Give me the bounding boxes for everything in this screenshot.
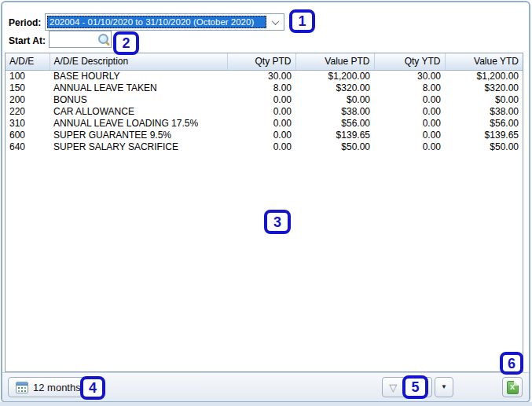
header-cell[interactable]: A/D/E Description	[50, 53, 227, 70]
table-cell: ANNUAL LEAVE LOADING 17.5%	[50, 118, 227, 130]
period-label: Period:	[9, 17, 41, 28]
payroll-period-panel: Period: 202004 - 01/10/2020 to 31/10/202…	[1, 1, 530, 403]
table-cell: $139.65	[445, 130, 523, 141]
table-cell: $1,200.00	[445, 70, 523, 82]
table-cell: 8.00	[227, 82, 295, 94]
table-row[interactable]: 220CAR ALLOWANCE0.00$38.000.00$38.00	[6, 106, 523, 118]
period-dropdown[interactable]: 202004 - 01/10/2020 to 31/10/2020 (Octob…	[45, 13, 284, 31]
table-cell: $56.00	[445, 118, 523, 130]
table-cell: $56.00	[295, 118, 374, 130]
table-cell: $38.00	[295, 106, 374, 118]
table-cell: 0.00	[374, 106, 445, 118]
table-cell: $1,200.00	[295, 70, 374, 82]
window-bottom-shadow	[0, 402, 532, 406]
annotation-badge: 1	[289, 9, 315, 33]
annotation-badge: 2	[113, 31, 139, 55]
table-cell: $38.00	[445, 106, 523, 118]
calendar-icon	[16, 382, 28, 393]
table-cell: 0.00	[227, 106, 295, 118]
table-cell: CAR ALLOWANCE	[50, 106, 227, 118]
table-header-row: A/D/EA/D/E DescriptionQty PTDValue PTDQt…	[6, 53, 523, 70]
header-cell[interactable]: A/D/E	[6, 53, 50, 70]
table-cell: 30.00	[227, 70, 295, 82]
annotation-badge: 5	[402, 375, 428, 399]
chevron-down-icon	[271, 17, 279, 25]
table-cell: 0.00	[227, 94, 295, 106]
annotation-badge: 3	[264, 210, 291, 234]
twelve-months-button[interactable]: 12 months	[8, 377, 89, 397]
export-excel-button[interactable]: X	[502, 377, 523, 397]
table-cell: 100	[6, 70, 50, 82]
table-cell: 0.00	[374, 130, 445, 141]
header-cell[interactable]: Value PTD	[295, 53, 374, 70]
table-cell: 0.00	[227, 130, 295, 141]
table-cell: 0.00	[227, 141, 295, 153]
period-dropdown-button[interactable]	[266, 14, 284, 30]
table-cell: $0.00	[445, 94, 523, 106]
start-at-label: Start At:	[9, 35, 46, 46]
header-cell[interactable]: Value YTD	[445, 53, 523, 70]
table-cell: BONUS	[50, 94, 227, 106]
table-row[interactable]: 600SUPER GUARANTEE 9.5%0.00$139.650.00$1…	[6, 130, 523, 141]
table-cell: $320.00	[295, 82, 374, 94]
start-at-field-wrap[interactable]	[49, 31, 112, 48]
table-cell: $0.00	[295, 94, 374, 106]
table-cell: 150	[6, 82, 50, 94]
table-body: 100BASE HOURLY30.00$1,200.0030.00$1,200.…	[6, 70, 523, 153]
search-icon[interactable]	[98, 34, 108, 44]
annotation-badge: 4	[80, 376, 105, 400]
dropdown-arrow-icon: ▼	[441, 384, 447, 390]
table-cell: BASE HOURLY	[50, 70, 227, 82]
table-cell: $50.00	[445, 141, 523, 153]
header-cell[interactable]: Qty YTD	[374, 53, 445, 70]
table-cell: $320.00	[445, 82, 523, 94]
table-cell: $139.65	[295, 130, 374, 141]
table-row[interactable]: 150ANNUAL LEAVE TAKEN8.00$320.008.00$320…	[6, 82, 523, 94]
table-cell: 8.00	[374, 82, 445, 94]
table-cell: 30.00	[374, 70, 445, 82]
annotation-badge: 6	[500, 352, 523, 375]
table-row[interactable]: 100BASE HOURLY30.00$1,200.0030.00$1,200.…	[6, 70, 523, 82]
period-dropdown-value[interactable]: 202004 - 01/10/2020 to 31/10/2020 (Octob…	[47, 16, 266, 28]
table-cell: 0.00	[374, 118, 445, 130]
start-at-input[interactable]	[50, 32, 94, 46]
filter-triangle-icon: ▽	[389, 382, 397, 393]
header-cell[interactable]: Qty PTD	[227, 53, 295, 70]
twelve-months-label: 12 months	[33, 382, 81, 393]
more-dropdown-button[interactable]: ▼	[435, 377, 453, 397]
table-cell: SUPER SALARY SACRIFICE	[50, 141, 227, 153]
table-cell: 640	[6, 141, 50, 153]
table-cell: 0.00	[374, 94, 445, 106]
table-cell: 310	[6, 118, 50, 130]
table-cell: 220	[6, 106, 50, 118]
table-row[interactable]: 200BONUS0.00$0.000.00$0.00	[6, 94, 523, 106]
table-cell: SUPER GUARANTEE 9.5%	[50, 130, 227, 141]
table-cell: 0.00	[374, 141, 445, 153]
table-row[interactable]: 640SUPER SALARY SACRIFICE0.00$50.000.00$…	[6, 141, 523, 153]
table-cell: 200	[6, 94, 50, 106]
table-cell: ANNUAL LEAVE TAKEN	[50, 82, 227, 94]
table-cell: $50.00	[295, 141, 374, 153]
excel-file-icon: X	[507, 381, 519, 394]
table-cell: 600	[6, 130, 50, 141]
table-cell: 0.00	[227, 118, 295, 130]
table-row[interactable]: 310ANNUAL LEAVE LOADING 17.5%0.00$56.000…	[6, 118, 523, 130]
